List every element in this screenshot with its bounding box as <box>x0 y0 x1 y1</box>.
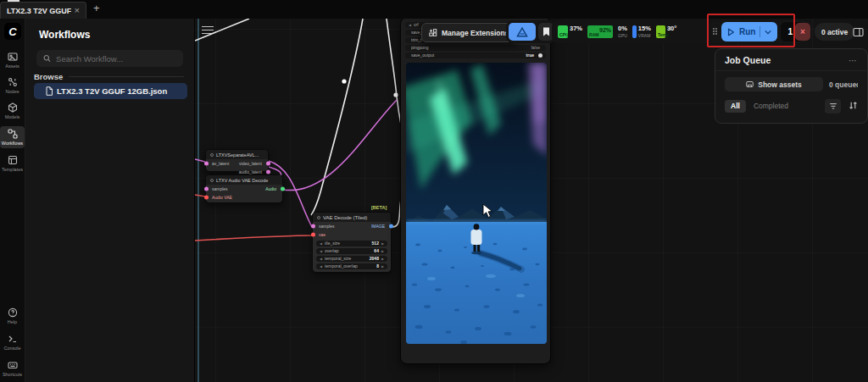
sidebar-item-workflows[interactable]: Workflows <box>0 126 25 148</box>
node-title: VAE Decode (Tiled) <box>313 213 391 222</box>
port-audio-vae[interactable] <box>204 196 209 200</box>
widget-temporal-size[interactable]: ◀temporal_size2048▶ <box>316 256 387 263</box>
sidebar-item-console[interactable]: Console <box>0 331 25 353</box>
browse-label: Browse <box>34 72 63 81</box>
toolbar-buttons <box>506 20 556 43</box>
play-icon <box>727 28 735 36</box>
comfyui-logo[interactable]: C <box>4 23 21 40</box>
panel-title: Workflows <box>39 29 90 41</box>
cpu-bar: CPU <box>558 25 568 38</box>
system-stats: CPU 37% 92%RAM 0%GPU 15%VRAM Temp 30° <box>552 20 715 43</box>
panel-toggle-button[interactable] <box>853 25 864 41</box>
workflow-file-name: LTX2.3 T2V GGUF 12GB.json <box>57 86 167 96</box>
search-input[interactable] <box>56 54 176 64</box>
stat-temp: Temp 30° <box>656 25 676 38</box>
comfyui-window: LTX2.3 T2V GGUF 1... × + C Assets Nodes … <box>0 0 868 382</box>
new-tab-button[interactable]: + <box>93 3 100 14</box>
tab-all[interactable]: All <box>725 100 746 113</box>
port-video-latent[interactable] <box>266 162 270 166</box>
drag-handle-icon[interactable] <box>713 28 718 36</box>
filter-icon <box>829 102 837 110</box>
sidebar-item-assets[interactable]: Assets <box>0 49 25 71</box>
bookmark-icon <box>542 27 550 36</box>
sidebar-item-help[interactable]: Help <box>0 305 25 327</box>
ltx-logo-icon <box>516 27 528 37</box>
widget-pingpong[interactable]: pingpongfalse <box>405 45 546 52</box>
extensions-icon <box>429 29 437 37</box>
search-icon <box>43 54 51 63</box>
workflow-tab[interactable]: LTX2.3 T2V GGUF 1... × <box>0 2 86 19</box>
stat-gpu: 0%GPU <box>618 25 627 38</box>
ltx-active-tool-button[interactable] <box>509 23 536 41</box>
ram-bar: 92%RAM <box>587 25 613 38</box>
collapse-dot-icon[interactable] <box>317 216 320 219</box>
shortcuts-icon <box>8 360 18 370</box>
node-ltxv-separate[interactable]: LTXVSeparateAVL... av_latentvideo_latent… <box>205 149 269 172</box>
active-jobs-badge[interactable]: 0 active <box>815 23 854 41</box>
browse-section-header: Browse <box>34 72 184 81</box>
temp-bar: Temp <box>656 25 665 38</box>
models-icon <box>8 102 18 113</box>
node-ltxv-audio-vae-decode[interactable]: LTXV Audio VAE Decode samplesAudio Audio… <box>205 174 283 203</box>
toggle-knob[interactable] <box>538 53 542 58</box>
more-menu-icon[interactable]: ⋯ <box>849 56 858 65</box>
job-queue-panel: Job Queue ⋯ Show assets 0 queued All Com… <box>715 48 868 124</box>
port-samples[interactable] <box>204 187 209 191</box>
show-assets-button[interactable]: Show assets <box>725 77 823 91</box>
sidebar-rail: C Assets Nodes Models Workflows Template… <box>0 19 25 382</box>
sidebar-item-models[interactable]: Models <box>0 100 25 122</box>
sort-icon <box>849 101 858 110</box>
widget-temporal-overlap[interactable]: ◀temporal_overlap8▶ <box>316 263 387 270</box>
console-icon <box>8 334 18 344</box>
node-vae-decode-tiled[interactable]: VAE Decode (Tiled) samplesIMAGE vae ◀til… <box>312 212 392 273</box>
cancel-run-button[interactable]: × <box>795 23 810 41</box>
preview-image <box>406 63 547 344</box>
port-av-latent[interactable] <box>204 162 209 166</box>
job-queue-title: Job Queue <box>725 55 771 65</box>
assets-toggle-icon <box>746 80 754 88</box>
run-controls: Run 1 <box>709 20 809 43</box>
node-title: LTXVSeparateAVL... <box>206 150 268 159</box>
chevron-down-icon[interactable] <box>765 30 771 35</box>
job-queue-header: Job Queue ⋯ <box>715 49 867 71</box>
divider <box>760 26 760 37</box>
collapse-dot-icon[interactable] <box>210 153 214 157</box>
workflows-icon <box>8 129 18 139</box>
tab-bar: LTX2.3 T2V GGUF 1... × + <box>0 0 868 19</box>
stat-ram: 92%RAM <box>587 25 613 38</box>
run-button[interactable]: Run <box>721 22 777 42</box>
divider <box>69 76 184 77</box>
widget-tile-size[interactable]: ◀tile_size512▶ <box>316 241 387 247</box>
file-icon <box>45 86 53 96</box>
help-icon <box>8 307 18 318</box>
stat-vram: 15%VRAM <box>632 25 651 38</box>
vram-bar <box>632 25 637 38</box>
port-image-out[interactable] <box>389 224 393 229</box>
port-audio-latent[interactable] <box>266 170 270 174</box>
assets-icon <box>8 52 18 62</box>
templates-icon <box>8 155 18 165</box>
sidebar-item-templates[interactable]: Templates <box>0 152 25 174</box>
sidebar-item-nodes[interactable]: Nodes <box>0 75 25 97</box>
port-audio-out[interactable] <box>281 187 285 191</box>
queued-count: 0 queued <box>829 80 858 89</box>
workflow-search[interactable] <box>36 50 183 67</box>
tab-completed[interactable]: Completed <box>754 102 788 110</box>
columns-icon <box>853 27 864 37</box>
workflows-panel: Workflows Browse LTX2.3 T2V GGUF 12GB.js… <box>25 19 195 382</box>
manage-extensions-button[interactable]: Manage Extensions <box>421 23 516 42</box>
collapse-dot-icon[interactable] <box>210 179 214 182</box>
workflow-file-item[interactable]: LTX2.3 T2V GGUF 12GB.json <box>34 83 187 99</box>
filter-button[interactable] <box>825 99 841 113</box>
tab-title: LTX2.3 T2V GGUF 1... <box>7 7 71 15</box>
tab-close-icon[interactable]: × <box>75 6 80 15</box>
sidebar-item-shortcuts[interactable]: Shortcuts <box>0 357 25 379</box>
port-vae[interactable] <box>311 233 315 237</box>
widget-save-output[interactable]: save_outputtrue <box>405 53 546 59</box>
beta-badge: [BETA] <box>371 205 387 210</box>
port-samples[interactable] <box>311 224 315 229</box>
canvas-menu-icon[interactable] <box>202 24 214 36</box>
widget-overlap[interactable]: ◀overlap64▶ <box>316 248 387 255</box>
sort-button[interactable] <box>849 98 858 113</box>
node-save-video-preview[interactable]: ◀crf save_ trim_t pingpongfalse save_out… <box>400 19 551 364</box>
